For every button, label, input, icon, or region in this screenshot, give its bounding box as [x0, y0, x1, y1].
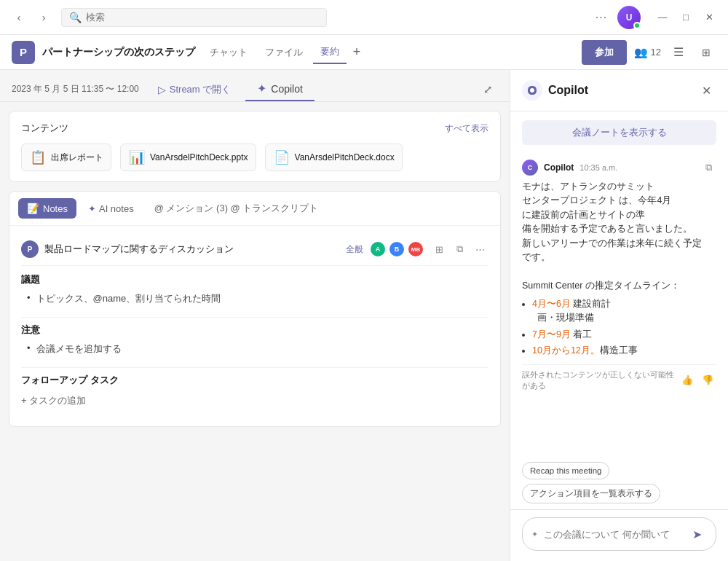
copilot-tab-label: Copilot — [271, 83, 303, 95]
pop-out-button[interactable]: ⊞ — [696, 42, 716, 63]
suggestion-actions-button[interactable]: アクション項目を一覧表示する — [522, 484, 660, 503]
disc-more-button[interactable]: ⋯ — [471, 240, 488, 258]
meeting-title: パートナーシップの次のステップ — [42, 46, 195, 59]
file-icon-0: 📋 — [29, 149, 47, 166]
message-time: 10:35 a.m. — [579, 163, 617, 172]
stream-button[interactable]: ▷ Stream で開く — [151, 79, 239, 101]
message-meta: C Copilot 10:35 a.m. ⧉ — [522, 160, 716, 176]
meeting-icon: P — [12, 41, 35, 64]
notes-tab-mention[interactable]: @ メンション (3) @ トランスクリプト — [146, 197, 328, 219]
notes-body: 議題 • トピックス、@name、割り当てられた時間 注意 • 会議メモを追加す… — [21, 266, 488, 416]
thumbs-up-button[interactable]: 👍 — [678, 372, 696, 389]
file-name-0: 出席レポート — [51, 152, 103, 164]
more-icon: ··· — [596, 11, 607, 24]
copilot-header: Copilot ✕ — [510, 70, 728, 111]
copilot-close-button[interactable]: ✕ — [696, 80, 716, 101]
file-item-2[interactable]: 📄 VanArsdelPitchDeck.docx — [265, 144, 403, 171]
forward-button[interactable]: › — [33, 7, 54, 28]
add-task-label: + タスクの追加 — [21, 394, 86, 407]
copilot-suggestions: Recap this meeting アクション項目を一覧表示する — [510, 456, 728, 509]
timeline-list: 4月〜6月 建設前計 画・現場準備 7月〜9月 着工 10月から12月。構造工事 — [522, 297, 716, 358]
join-button[interactable]: 参加 — [582, 40, 627, 65]
timeline-range-1: 7月〜9月 — [532, 329, 571, 340]
section-header: コンテンツ すべて表示 — [21, 122, 488, 135]
minimize-button[interactable]: — — [652, 7, 673, 28]
divider-2 — [21, 367, 488, 368]
main-area: 2023 年 5 月 5 日 11:35 〜 12:00 ▷ Stream で開… — [0, 70, 728, 561]
copilot-messages: C Copilot 10:35 a.m. ⧉ モナは、アトランタのサミットセンタ… — [510, 154, 728, 456]
disc-avatar-0: A — [369, 240, 387, 258]
add-tab-button[interactable]: + — [347, 42, 367, 63]
titlebar-actions: ··· U — □ ✕ — [591, 6, 719, 29]
disc-copy-button[interactable]: ⧉ — [451, 240, 468, 258]
window-controls: — □ ✕ — [652, 7, 719, 28]
online-status — [633, 22, 641, 29]
date-range-text: 2023 年 5 月 5 日 11:35 〜 12:00 — [12, 83, 139, 95]
disc-avatar-2: MB — [407, 240, 424, 258]
meeting-tabs: チャット ファイル 要約 — [202, 41, 347, 64]
meeting-icon-letter: P — [20, 46, 27, 58]
timeline-range-0: 4月〜6月 — [532, 299, 571, 309]
timeline-item-2: 10月から12月。構造工事 — [532, 344, 716, 358]
more-options-button[interactable]: ··· — [591, 7, 612, 28]
stream-icon: ▷ — [158, 84, 166, 95]
file-item-1[interactable]: 📊 VanArsdelPitchDeck.pptx — [120, 144, 256, 171]
copilot-panel-title: Copilot — [548, 84, 588, 97]
notes-tab-icon: 📝 — [27, 203, 39, 214]
stream-label: Stream で開く — [170, 83, 232, 96]
participants-count: 12 — [651, 47, 661, 58]
restore-button[interactable]: □ — [676, 7, 696, 28]
search-box[interactable]: 🔍 — [61, 8, 327, 27]
agenda-bullet: • — [27, 292, 31, 303]
timeline-range-2: 10月から12月。 — [532, 345, 600, 356]
left-panel: 2023 年 5 月 5 日 11:35 〜 12:00 ▷ Stream で開… — [0, 70, 510, 561]
tab-summary[interactable]: 要約 — [313, 41, 347, 64]
view-list-button[interactable]: ☰ — [668, 42, 689, 63]
message-avatar: C — [522, 160, 538, 176]
ai-notes-label: AI notes — [99, 203, 134, 214]
discussion-avatars: A B MB — [369, 240, 424, 258]
search-input[interactable] — [86, 12, 319, 23]
input-prefix-icon: ✦ — [531, 530, 538, 539]
date-range: 2023 年 5 月 5 日 11:35 〜 12:00 — [12, 83, 139, 95]
notes-items-title: 注意 — [21, 323, 488, 337]
copilot-logo-icon — [522, 80, 542, 101]
notes-bullet: • — [27, 342, 31, 353]
suggestion-recap-button[interactable]: Recap this meeting — [522, 462, 609, 479]
mention-label: @ メンション (3) @ トランスクリプト — [154, 202, 319, 215]
thumbs-down-button[interactable]: 👎 — [699, 372, 716, 389]
divider-1 — [21, 317, 488, 318]
content-files: 📋 出席レポート 📊 VanArsdelPitchDeck.pptx 📄 Van… — [21, 144, 488, 171]
add-task-button[interactable]: + タスクの追加 — [21, 393, 86, 409]
show-all-link[interactable]: すべて表示 — [445, 122, 488, 135]
copilot-tab-button[interactable]: ✦ Copilot — [245, 77, 314, 101]
discussion-title: 製品ロードマップに関するディスカッション — [44, 243, 340, 256]
tab-chat[interactable]: チャット — [202, 41, 255, 64]
message-copy-button[interactable]: ⧉ — [700, 160, 716, 176]
close-button[interactable]: ✕ — [699, 7, 719, 28]
show-meeting-notes-button[interactable]: 会議ノートを表示する — [522, 120, 716, 145]
feedback-text: 誤外されたコンテンツが正しくない可能性がある — [522, 369, 676, 391]
discussion-badge: 全般 — [346, 243, 363, 256]
notes-tab-notes[interactable]: 📝 Notes — [18, 198, 76, 219]
send-button[interactable]: ➤ — [687, 524, 707, 544]
timeline-title: Summit Center の推定タイムライン： — [522, 280, 680, 291]
expand-icon: ⤢ — [483, 83, 493, 96]
notes-content: P 製品ロードマップに関するディスカッション 全般 A B MB ⊞ ⧉ ⋯ — [9, 226, 500, 426]
copilot-panel: Copilot ✕ 会議ノートを表示する C Copilot 10:35 a.m… — [510, 70, 728, 561]
followup-section: フォローアップ タスク + タスクの追加 — [21, 374, 488, 409]
popout-icon: ⊞ — [702, 47, 711, 58]
participants-button[interactable]: 👥 12 — [634, 46, 661, 59]
disc-grid-button[interactable]: ⊞ — [430, 240, 448, 258]
copilot-input-box: ✦ ➤ — [522, 517, 716, 551]
tab-files[interactable]: ファイル — [258, 41, 310, 64]
notes-tab-ai[interactable]: ✦ AI notes — [79, 199, 143, 219]
file-item-0[interactable]: 📋 出席レポート — [21, 144, 111, 171]
timeline-item-0: 4月〜6月 建設前計 画・現場準備 — [532, 297, 716, 326]
copilot-input[interactable] — [544, 529, 681, 540]
expand-button[interactable]: ⤢ — [478, 79, 498, 100]
file-name-1: VanArsdelPitchDeck.pptx — [150, 152, 248, 162]
back-button[interactable]: ‹ — [9, 7, 29, 28]
copilot-icon-small: ✦ — [257, 82, 266, 95]
followup-title: フォローアップ タスク — [21, 374, 488, 387]
